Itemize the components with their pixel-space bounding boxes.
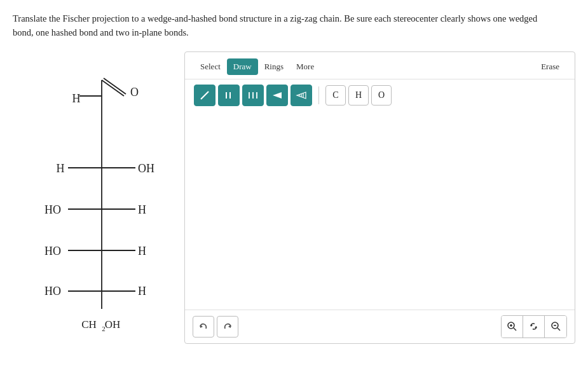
triple-bond-button[interactable]	[242, 85, 264, 106]
svg-marker-36	[200, 325, 203, 328]
double-bond-button[interactable]	[218, 85, 240, 106]
reset-zoom-button[interactable]	[523, 316, 545, 338]
reset-zoom-icon	[528, 321, 539, 332]
bond-separator	[318, 86, 319, 104]
svg-text:HO: HO	[44, 245, 61, 257]
zoom-controls	[501, 315, 567, 338]
svg-text:HO: HO	[44, 203, 61, 216]
svg-line-41	[514, 328, 516, 331]
svg-text:H: H	[138, 285, 146, 297]
zoom-out-icon	[550, 321, 561, 332]
svg-text:H: H	[57, 162, 65, 175]
bond-toolbar: C H O	[185, 79, 575, 111]
svg-line-2	[102, 80, 124, 96]
content-area: H O H OH HO H HO	[13, 51, 575, 344]
bottom-left-controls	[193, 316, 238, 338]
redo-icon	[222, 322, 233, 332]
select-button[interactable]: Select	[194, 58, 227, 75]
fischer-container: H O H OH HO H HO	[13, 51, 184, 344]
oxygen-atom-button[interactable]: O	[371, 85, 392, 106]
zoom-out-button[interactable]	[545, 316, 566, 338]
svg-text:HO: HO	[44, 285, 61, 297]
draw-canvas[interactable]	[185, 111, 575, 310]
wedge-bond-icon	[271, 90, 283, 101]
svg-text:OH: OH	[138, 162, 154, 175]
rings-button[interactable]: Rings	[258, 58, 290, 75]
toolbar: Select Draw Rings More Erase	[185, 52, 575, 79]
hydrogen-atom-button[interactable]: H	[348, 85, 369, 106]
bottom-toolbar	[185, 310, 575, 343]
undo-button[interactable]	[193, 316, 214, 338]
fischer-svg: H O H OH HO H HO	[29, 61, 168, 334]
hashed-bond-button[interactable]	[291, 85, 312, 106]
triple-bond-icon	[247, 90, 259, 101]
redo-button[interactable]	[217, 316, 238, 338]
draw-button[interactable]: Draw	[227, 58, 258, 75]
svg-line-3	[104, 78, 126, 94]
single-bond-button[interactable]	[194, 85, 215, 106]
question-text: Translate the Fischer projection to a we…	[13, 11, 559, 40]
draw-panel: Select Draw Rings More Erase	[184, 51, 575, 344]
single-bond-icon	[199, 90, 210, 101]
wedge-bond-button[interactable]	[266, 85, 288, 106]
svg-text:H: H	[138, 245, 146, 257]
svg-line-25	[201, 92, 209, 99]
svg-text:CH: CH	[81, 318, 97, 331]
undo-icon	[198, 322, 209, 332]
zoom-in-button[interactable]	[502, 316, 523, 338]
page: Translate the Fischer projection to a we…	[0, 0, 588, 350]
svg-marker-31	[273, 92, 282, 99]
svg-line-46	[557, 328, 560, 331]
more-button[interactable]: More	[290, 58, 320, 75]
svg-text:O: O	[130, 86, 139, 99]
carbon-atom-button[interactable]: C	[325, 85, 346, 106]
double-bond-icon	[223, 90, 235, 101]
erase-button[interactable]: Erase	[535, 58, 566, 75]
svg-text:H: H	[72, 92, 81, 105]
svg-text:OH: OH	[105, 318, 121, 331]
zoom-in-icon	[507, 321, 517, 332]
svg-text:H: H	[138, 203, 146, 216]
hashed-bond-icon	[296, 90, 307, 101]
svg-marker-37	[228, 325, 231, 328]
